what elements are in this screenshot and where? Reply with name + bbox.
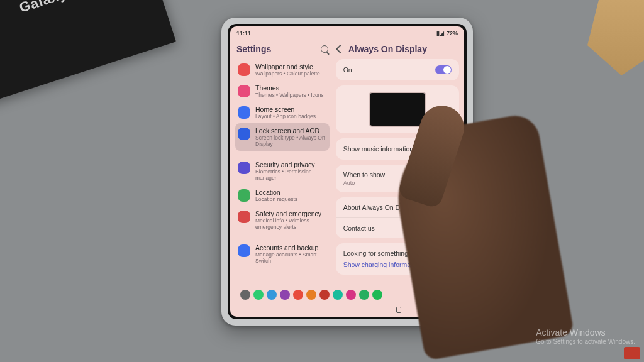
settings-item-icon bbox=[238, 189, 250, 202]
product-box-text: Galaxy Z Fold6 bbox=[17, 0, 142, 16]
battery-text: 72% bbox=[447, 30, 458, 36]
settings-item[interactable]: Wallpaper and styleWallpapers • Colour p… bbox=[235, 59, 330, 80]
search-icon[interactable] bbox=[321, 45, 328, 53]
status-bar: 11:11 ▮◢ 72% bbox=[230, 26, 464, 39]
settings-item-label: Accounts and backup bbox=[255, 244, 327, 251]
detail-header: Always On Display bbox=[336, 41, 459, 59]
settings-item-label: Safety and emergency bbox=[255, 210, 327, 217]
dock-music-icon[interactable] bbox=[346, 290, 356, 300]
settings-item-icon bbox=[238, 85, 250, 97]
detail-title: Always On Display bbox=[348, 44, 458, 54]
status-right: ▮◢ 72% bbox=[436, 30, 458, 36]
settings-item-icon bbox=[238, 211, 250, 223]
settings-item-subtitle: Layout • App icon badges bbox=[255, 113, 316, 119]
watermark-line2: Go to Settings to activate Windows. bbox=[536, 338, 635, 346]
dock-phone-icon[interactable] bbox=[253, 290, 264, 300]
settings-item[interactable]: Home screenLayout • App icon badges bbox=[235, 102, 330, 123]
settings-header: Settings bbox=[235, 41, 330, 59]
dock-app-icon[interactable] bbox=[306, 290, 316, 300]
corner-badge-icon bbox=[624, 347, 640, 359]
toggle-switch-icon[interactable] bbox=[435, 65, 452, 74]
dock-app-icon[interactable] bbox=[240, 290, 250, 300]
music-info-label: Show music information bbox=[343, 145, 413, 153]
aod-preview-tile bbox=[369, 92, 426, 127]
contact-label: Contact us bbox=[343, 224, 375, 232]
settings-item-subtitle: Themes • Wallpapers • Icons bbox=[255, 92, 324, 98]
settings-item-icon bbox=[238, 128, 250, 140]
settings-item-label: Location bbox=[255, 189, 297, 196]
back-icon[interactable] bbox=[336, 45, 345, 53]
windows-watermark: Activate Windows Go to Settings to activ… bbox=[536, 327, 635, 346]
dock-spotify-icon[interactable] bbox=[372, 290, 382, 300]
settings-item[interactable]: Safety and emergencyMedical info • Wirel… bbox=[235, 206, 330, 234]
settings-list: Wallpaper and styleWallpapers • Colour p… bbox=[235, 59, 330, 303]
settings-item[interactable]: Lock screen and AODScreen lock type • Al… bbox=[235, 123, 330, 151]
settings-item[interactable]: Security and privacyBiometrics • Permiss… bbox=[235, 157, 330, 185]
settings-item-subtitle: Biometrics • Permission manager bbox=[255, 168, 327, 181]
dock-app-icon[interactable] bbox=[359, 290, 369, 300]
settings-item-icon bbox=[238, 106, 250, 119]
status-time: 11:11 bbox=[236, 30, 251, 36]
settings-item-subtitle: Location requests bbox=[255, 196, 297, 202]
settings-item-subtitle: Wallpapers • Colour palette bbox=[255, 70, 320, 77]
wood-prop bbox=[587, 0, 644, 75]
settings-item[interactable]: LocationLocation requests bbox=[235, 185, 330, 206]
settings-title: Settings bbox=[236, 44, 317, 54]
signal-icon: ▮◢ bbox=[436, 30, 444, 36]
dock-app-icon[interactable] bbox=[333, 290, 343, 300]
dock-youtube-icon[interactable] bbox=[319, 290, 330, 300]
product-box-prop: Galaxy Z Fold6 bbox=[0, 0, 176, 104]
settings-item-icon bbox=[238, 244, 250, 257]
settings-item-subtitle: Medical info • Wireless emergency alerts bbox=[255, 217, 327, 230]
settings-item-label: Security and privacy bbox=[255, 161, 327, 168]
settings-item-label: Lock screen and AOD bbox=[255, 127, 327, 134]
settings-item-subtitle: Screen lock type • Always On Display bbox=[255, 134, 327, 147]
dock-app-icon[interactable] bbox=[280, 290, 290, 300]
settings-item-subtitle: Manage accounts • Smart Switch bbox=[255, 251, 327, 264]
settings-item-label: Themes bbox=[255, 84, 324, 92]
settings-item-label: Home screen bbox=[255, 106, 316, 113]
settings-item-icon bbox=[238, 162, 250, 174]
recents-icon[interactable] bbox=[396, 307, 401, 313]
settings-list-pane: Settings Wallpaper and styleWallpapers •… bbox=[230, 39, 333, 303]
settings-item[interactable]: ThemesThemes • Wallpapers • Icons bbox=[235, 80, 330, 102]
settings-item-icon bbox=[238, 63, 250, 76]
settings-item-label: Wallpaper and style bbox=[255, 63, 320, 70]
aod-on-label: On bbox=[343, 66, 352, 74]
aod-on-toggle-row[interactable]: On bbox=[336, 59, 459, 80]
watermark-line1: Activate Windows bbox=[536, 327, 635, 338]
dock-app-icon[interactable] bbox=[293, 290, 303, 300]
dock-chat-icon[interactable] bbox=[267, 290, 277, 300]
settings-item[interactable]: Accounts and backupManage accounts • Sma… bbox=[235, 240, 330, 268]
